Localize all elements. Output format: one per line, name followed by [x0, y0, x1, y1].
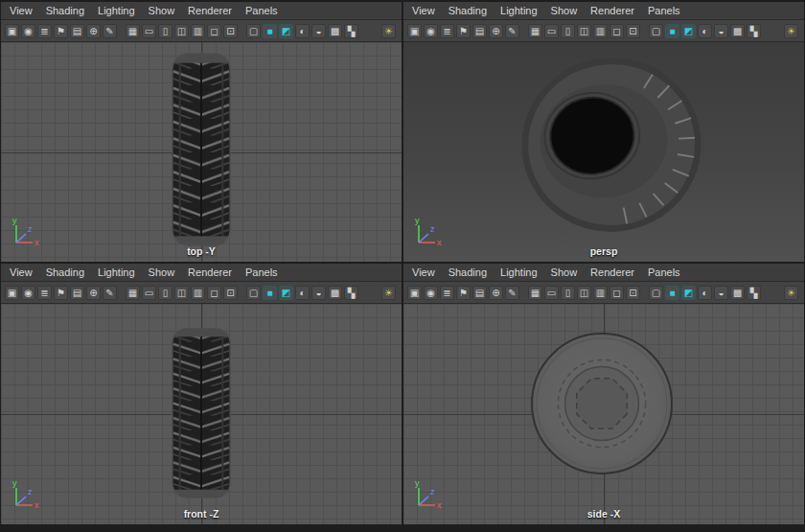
grease-pencil-icon[interactable]: ✎: [505, 24, 519, 38]
shaded-icon[interactable]: ■: [665, 24, 679, 38]
wireframe-icon[interactable]: ▢: [246, 24, 261, 38]
menu-panels[interactable]: Panels: [239, 265, 285, 280]
grease-pencil-icon[interactable]: ✎: [103, 24, 117, 38]
ao-icon[interactable]: ▩: [730, 24, 745, 38]
menu-view[interactable]: View: [3, 265, 39, 280]
pan-zoom-icon[interactable]: ⊕: [86, 286, 101, 300]
menu-panels[interactable]: Panels: [239, 3, 285, 18]
checker-icon[interactable]: ▚: [344, 286, 358, 300]
viewport-front-canvas[interactable]: y x z front -Z: [1, 304, 402, 524]
menu-shading[interactable]: Shading: [442, 3, 494, 18]
shadows-icon[interactable]: ◒: [714, 286, 728, 300]
safe-action-icon[interactable]: ◻: [207, 24, 221, 38]
camera-attributes-icon[interactable]: ≣: [440, 24, 454, 38]
use-lights-icon[interactable]: ◐: [295, 286, 310, 300]
shadows-icon[interactable]: ◒: [311, 24, 326, 38]
shaded-icon[interactable]: ■: [665, 286, 679, 300]
film-gate-icon[interactable]: ▭: [142, 24, 156, 38]
ao-icon[interactable]: ▩: [328, 24, 342, 38]
image-plane-icon[interactable]: ▤: [472, 24, 487, 38]
camera-attributes-icon[interactable]: ≣: [37, 24, 52, 38]
menu-view[interactable]: View: [405, 265, 442, 280]
safe-title-icon[interactable]: ⊡: [223, 286, 238, 300]
shadows-icon[interactable]: ◒: [311, 286, 326, 300]
use-lights-icon[interactable]: ◐: [698, 286, 712, 300]
film-gate-icon[interactable]: ▭: [142, 286, 156, 300]
viewport-persp-canvas[interactable]: y x z persp: [403, 42, 804, 262]
field-chart-icon[interactable]: ▥: [191, 24, 205, 38]
menu-show[interactable]: Show: [142, 265, 182, 280]
grid-icon[interactable]: ▦: [126, 24, 140, 38]
image-plane-icon[interactable]: ▤: [70, 24, 84, 38]
menu-panels[interactable]: Panels: [641, 3, 687, 18]
lock-camera-icon[interactable]: ◉: [21, 286, 35, 300]
bookmark-icon[interactable]: ⚑: [456, 286, 471, 300]
gate-mask-icon[interactable]: ◫: [174, 24, 189, 38]
bookmark-icon[interactable]: ⚑: [54, 286, 68, 300]
menu-renderer[interactable]: Renderer: [181, 265, 239, 280]
textured-icon[interactable]: ◩: [681, 286, 696, 300]
resolution-gate-icon[interactable]: ▯: [158, 286, 172, 300]
menu-show[interactable]: Show: [544, 265, 585, 280]
ao-icon[interactable]: ▩: [328, 286, 342, 300]
shaded-icon[interactable]: ■: [263, 24, 277, 38]
gate-mask-icon[interactable]: ◫: [577, 24, 591, 38]
select-camera-icon[interactable]: ▣: [407, 286, 422, 300]
shaded-icon[interactable]: ■: [263, 286, 277, 300]
camera-attributes-icon[interactable]: ≣: [440, 286, 454, 300]
resolution-gate-icon[interactable]: ▯: [561, 24, 575, 38]
menu-renderer[interactable]: Renderer: [584, 3, 641, 18]
viewport-persp[interactable]: ViewShadingLightingShowRendererPanels ▣◉…: [403, 2, 804, 262]
grid-icon[interactable]: ▦: [126, 286, 140, 300]
lock-camera-icon[interactable]: ◉: [424, 286, 438, 300]
checker-icon[interactable]: ▚: [747, 286, 761, 300]
default-light-bulb-icon[interactable]: ☀: [381, 286, 396, 300]
wireframe-icon[interactable]: ▢: [649, 24, 663, 38]
menu-renderer[interactable]: Renderer: [584, 265, 641, 280]
use-lights-icon[interactable]: ◐: [295, 24, 310, 38]
wireframe-icon[interactable]: ▢: [649, 286, 663, 300]
default-light-bulb-icon[interactable]: ☀: [784, 24, 798, 38]
select-camera-icon[interactable]: ▣: [5, 286, 19, 300]
field-chart-icon[interactable]: ▥: [593, 286, 608, 300]
resolution-gate-icon[interactable]: ▯: [561, 286, 575, 300]
lock-camera-icon[interactable]: ◉: [424, 24, 438, 38]
textured-icon[interactable]: ◩: [279, 24, 293, 38]
field-chart-icon[interactable]: ▥: [593, 24, 608, 38]
grid-icon[interactable]: ▦: [528, 286, 542, 300]
gate-mask-icon[interactable]: ◫: [577, 286, 591, 300]
film-gate-icon[interactable]: ▭: [544, 24, 559, 38]
menu-lighting[interactable]: Lighting: [494, 265, 544, 280]
viewport-front[interactable]: ViewShadingLightingShowRendererPanels ▣◉…: [1, 264, 402, 524]
checker-icon[interactable]: ▚: [747, 24, 761, 38]
use-lights-icon[interactable]: ◐: [698, 24, 712, 38]
textured-icon[interactable]: ◩: [681, 24, 696, 38]
menu-lighting[interactable]: Lighting: [91, 265, 142, 280]
resolution-gate-icon[interactable]: ▯: [158, 24, 172, 38]
menu-view[interactable]: View: [3, 3, 39, 18]
viewport-side-canvas[interactable]: y x z side -X: [403, 304, 804, 524]
menu-lighting[interactable]: Lighting: [494, 3, 544, 18]
safe-title-icon[interactable]: ⊡: [626, 286, 640, 300]
default-light-bulb-icon[interactable]: ☀: [784, 286, 798, 300]
bookmark-icon[interactable]: ⚑: [456, 24, 471, 38]
image-plane-icon[interactable]: ▤: [70, 286, 84, 300]
lock-camera-icon[interactable]: ◉: [21, 24, 35, 38]
safe-action-icon[interactable]: ◻: [610, 286, 624, 300]
menu-shading[interactable]: Shading: [442, 265, 494, 280]
pan-zoom-icon[interactable]: ⊕: [489, 286, 503, 300]
bookmark-icon[interactable]: ⚑: [54, 24, 68, 38]
menu-view[interactable]: View: [405, 3, 442, 18]
menu-shading[interactable]: Shading: [39, 265, 91, 280]
gate-mask-icon[interactable]: ◫: [174, 286, 189, 300]
viewport-top-canvas[interactable]: y x z top -Y: [1, 42, 402, 262]
image-plane-icon[interactable]: ▤: [472, 286, 487, 300]
default-light-bulb-icon[interactable]: ☀: [381, 24, 396, 38]
checker-icon[interactable]: ▚: [344, 24, 358, 38]
select-camera-icon[interactable]: ▣: [407, 24, 422, 38]
safe-title-icon[interactable]: ⊡: [626, 24, 640, 38]
menu-show[interactable]: Show: [544, 3, 585, 18]
ao-icon[interactable]: ▩: [730, 286, 745, 300]
grease-pencil-icon[interactable]: ✎: [505, 286, 519, 300]
menu-lighting[interactable]: Lighting: [91, 3, 142, 18]
